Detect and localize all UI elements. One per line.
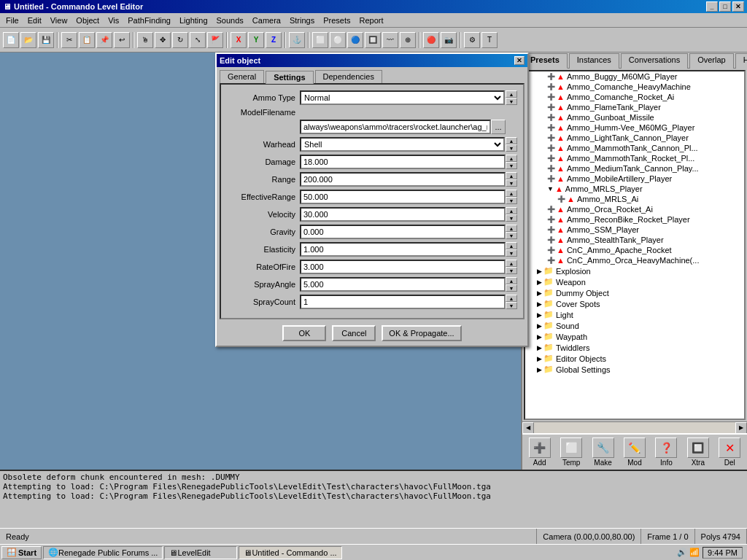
spray-count-down[interactable]: ▼ [506,302,517,309]
tb-cyl[interactable]: 🔵 [347,32,363,48]
tb-text[interactable]: T [481,32,498,48]
list-item[interactable]: ➕▲Ammo_MammothTank_Cannon_Pl... [525,143,744,153]
preset-tree[interactable]: ➕▲Ammo_Buggy_M60MG_Player➕▲Ammo_Comanche… [524,70,746,420]
velocity-input[interactable] [300,207,506,222]
ok-button[interactable]: OK [282,325,326,341]
list-item[interactable]: ▶📁Sound [525,320,744,331]
tb-save[interactable]: 💾 [38,32,54,48]
list-item[interactable]: ▼▲Ammo_MRLS_Player [525,184,744,194]
list-item[interactable]: ➕▲Ammo_FlameTank_Player [525,102,744,112]
ammo-type-down[interactable]: ▼ [506,98,517,105]
list-item[interactable]: ➕▲Ammo_MobileArtillery_Player [525,174,744,184]
velocity-down[interactable]: ▼ [506,214,517,222]
maximize-button[interactable]: □ [719,1,731,12]
tb-gear[interactable]: ⚙ [464,32,480,48]
menu-vis[interactable]: Vis [104,15,123,26]
tab-general[interactable]: General [220,70,264,83]
spray-count-up[interactable]: ▲ [506,295,517,302]
rate-of-fire-up[interactable]: ▲ [506,260,517,267]
temp-button[interactable]: ⬜ Temp [557,438,585,467]
tb-paste[interactable]: 📌 [96,32,112,48]
tb-y[interactable]: Y [248,32,264,48]
tab-settings[interactable]: Settings [266,71,313,84]
list-item[interactable]: ▶📁Waypath [525,331,744,342]
list-item[interactable]: ➕▲CnC_Ammo_Apache_Rocket [525,245,744,255]
tb-sphere[interactable]: ⚪ [330,32,346,48]
list-item[interactable]: ▶📁Global Settings [525,364,744,375]
tb-new[interactable]: 📄 [3,32,19,48]
warhead-down[interactable]: ▼ [506,144,517,152]
menu-object[interactable]: Object [71,15,104,26]
gravity-down[interactable]: ▼ [506,232,517,239]
tb-z[interactable]: Z [266,32,282,48]
del-button[interactable]: ✕ Del [716,438,744,467]
info-button[interactable]: ❓ Info [652,438,681,467]
tb-move[interactable]: ✥ [155,32,171,48]
list-item[interactable]: ➕▲Ammo_Comanche_HeavyMachine [525,82,744,92]
warhead-select[interactable]: Shell [300,137,505,152]
effective-range-up[interactable]: ▲ [506,190,517,197]
damage-input[interactable] [300,155,506,169]
tab-dependencies[interactable]: Dependencies [315,70,382,83]
tb-open[interactable]: 📂 [20,32,36,48]
elasticity-input[interactable] [300,242,506,257]
list-item[interactable]: ➕▲Ammo_ReconBike_Rocket_Player [525,214,744,225]
menu-report[interactable]: Report [355,15,388,26]
list-item[interactable]: ➕▲Ammo_StealthTank_Player [525,235,744,245]
list-item[interactable]: ➕▲Ammo_MediumTank_Cannon_Play... [525,163,744,174]
list-item[interactable]: ▶📁Twiddlers [525,342,744,353]
mod-button[interactable]: ✏️ Mod [620,438,649,467]
rate-of-fire-input[interactable] [300,260,506,274]
list-item[interactable]: ➕▲Ammo_Orca_Rocket_Ai [525,204,744,214]
minimize-button[interactable]: _ [706,1,718,12]
tb-something[interactable]: ⊕ [400,32,416,48]
hscroll-right[interactable]: ▶ [735,422,747,434]
damage-up[interactable]: ▲ [506,155,517,162]
warhead-up[interactable]: ▲ [506,137,517,144]
tb-x[interactable]: X [231,32,247,48]
effective-range-input[interactable] [300,190,506,204]
spray-angle-down[interactable]: ▼ [506,284,517,292]
tb-rotate[interactable]: ↻ [172,32,188,48]
range-input[interactable] [300,172,506,187]
ammo-type-select[interactable]: Normal [300,90,505,105]
tb-cut[interactable]: ✂ [61,32,77,48]
spray-angle-up[interactable]: ▲ [506,277,517,284]
list-item[interactable]: ▶📁Light [525,309,744,320]
list-item[interactable]: ➕▲Ammo_SSM_Player [525,225,744,235]
elasticity-down[interactable]: ▼ [506,249,517,257]
tb-box[interactable]: ⬜ [312,32,328,48]
model-filename-input[interactable] [300,120,491,134]
velocity-up[interactable]: ▲ [506,207,517,214]
tb-copy[interactable]: 📋 [79,32,95,48]
gravity-up[interactable]: ▲ [506,225,517,232]
tab-heightfield[interactable]: Heightfield [735,53,747,69]
close-button[interactable]: ✕ [732,1,744,12]
hscroll-left[interactable]: ◀ [522,422,534,434]
tab-conversations[interactable]: Conversations [621,53,688,69]
range-down[interactable]: ▼ [506,179,517,187]
taskbar-item-leveledit[interactable]: 🖥 LevelEdit [164,546,237,559]
spray-count-input[interactable] [300,295,506,309]
menu-strings[interactable]: Strings [285,15,319,26]
menu-camera[interactable]: Camera [248,15,285,26]
menu-file[interactable]: File [1,15,23,26]
tb-scale[interactable]: ⤡ [190,32,206,48]
tab-overlap[interactable]: Overlap [689,53,734,69]
tb-anchor[interactable]: ⚓ [289,32,305,48]
h-scrollbar[interactable]: ◀ ▶ [522,421,747,433]
tab-presets[interactable]: Presets [522,53,568,69]
list-item[interactable]: ▶📁Weapon [525,276,744,287]
damage-down[interactable]: ▼ [506,162,517,169]
list-item[interactable]: ➕▲Ammo_Gunboat_Missile [525,112,744,122]
ammo-type-up[interactable]: ▲ [506,90,517,98]
effective-range-down[interactable]: ▼ [506,197,517,204]
list-item[interactable]: ➕▲Ammo_Buggy_M60MG_Player [525,71,744,82]
list-item[interactable]: ➕▲Ammo_LightTank_Cannon_Player [525,133,744,143]
menu-lighting[interactable]: Lighting [175,15,212,26]
elasticity-up[interactable]: ▲ [506,242,517,249]
list-item[interactable]: ▶📁Editor Objects [525,353,744,364]
taskbar-item-forums[interactable]: 🌐 Renegade Public Forums ... [43,546,163,559]
add-button[interactable]: ➕ Add [525,438,554,467]
menu-presets[interactable]: Presets [319,15,355,26]
